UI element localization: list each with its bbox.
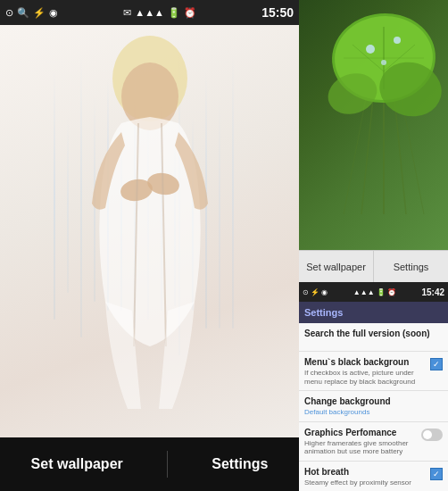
graphics-toggle[interactable] <box>421 429 443 441</box>
alarm-icon: ⏰ <box>184 7 196 19</box>
settings-item-graphics-text: Graphics Perfomance Higher framerates gi… <box>304 427 421 456</box>
settings-item-hot-breath[interactable]: Hot breath Steamy effect by proximity se… <box>299 462 448 491</box>
menu-bg-checkbox[interactable] <box>430 358 443 370</box>
right-bottom-buttons: Set wallpaper Settings <box>299 250 448 282</box>
left-status-bar: ⊙ 🔍 ⚡ ◉ ✉ ▲▲▲ 🔋 ⏰ 15:50 <box>0 0 299 25</box>
settings-android-icon: ◉ <box>321 288 328 296</box>
hot-breath-checkbox[interactable] <box>430 468 443 480</box>
svg-point-18 <box>366 45 375 54</box>
settings-left-icons: ⊙ ⚡ ◉ <box>303 288 328 296</box>
email-icon: ✉ <box>123 7 131 19</box>
settings-title-bar: Settings <box>299 302 448 323</box>
settings-item-search-text: Search the full version (soon) <box>304 328 443 339</box>
settings-item-menu-bg-title: Menu`s black backgroun <box>304 356 427 368</box>
settings-item-search: Search the full version (soon) <box>299 323 448 352</box>
right-settings-button[interactable]: Settings <box>374 251 448 282</box>
app-icon: ⊙ <box>5 7 13 19</box>
settings-usb-icon: ⚡ <box>311 288 319 296</box>
settings-item-hot-breath-subtitle: Steamy effect by proximity sensor <box>304 479 427 487</box>
settings-title: Settings <box>304 307 343 318</box>
settings-item-change-bg-title: Change background <box>304 395 439 407</box>
settings-item-change-bg-text: Change background Default backgrounds <box>304 395 443 417</box>
svg-point-19 <box>394 37 401 44</box>
right-set-wallpaper-button[interactable]: Set wallpaper <box>299 251 374 282</box>
android-icon: ◉ <box>49 7 58 19</box>
settings-right-icons: ▲▲▲ 🔋 ⏰ <box>353 288 396 296</box>
wallpaper-woman <box>0 25 299 437</box>
settings-item-graphics[interactable]: Graphics Perfomance Higher framerates gi… <box>299 422 448 462</box>
right-panel: Set wallpaper Settings ⊙ ⚡ ◉ ▲▲▲ 🔋 ⏰ 15:… <box>299 0 448 491</box>
settings-item-hot-breath-text: Hot breath Steamy effect by proximity se… <box>304 466 430 487</box>
settings-item-change-bg-subtitle: Default backgrounds <box>304 408 439 417</box>
settings-list: Search the full version (soon) Menu`s bl… <box>299 323 448 491</box>
left-status-icons: ⊙ 🔍 ⚡ ◉ <box>5 7 58 19</box>
settings-item-search-title: Search the full version (soon) <box>304 328 439 339</box>
svg-point-20 <box>381 60 386 65</box>
lotus-leaf-svg <box>326 9 442 214</box>
battery-icon: 🔋 <box>168 7 180 19</box>
left-bottom-bar: Set wallpaper Settings <box>0 437 299 491</box>
settings-item-graphics-subtitle: Higher framerates give smoother animatio… <box>304 439 418 456</box>
bottom-divider <box>167 451 168 478</box>
settings-item-hot-breath-title: Hot breath <box>304 466 427 478</box>
left-status-time: 15:50 <box>261 5 294 20</box>
set-wallpaper-button[interactable]: Set wallpaper <box>13 449 141 479</box>
settings-button[interactable]: Settings <box>194 449 286 479</box>
usb-icon: ⚡ <box>33 7 46 19</box>
search-icon: 🔍 <box>17 7 29 19</box>
woman-silhouette <box>52 34 248 409</box>
settings-item-change-bg[interactable]: Change background Default backgrounds <box>299 391 448 422</box>
right-preview <box>299 0 448 250</box>
left-wallpaper-area <box>0 25 299 437</box>
left-panel: ⊙ 🔍 ⚡ ◉ ✉ ▲▲▲ 🔋 ⏰ 15:50 <box>0 0 299 491</box>
settings-item-menu-bg-text: Menu`s black backgroun If checkbox is ac… <box>304 356 430 386</box>
settings-item-menu-bg-subtitle: If checkbox is active, picture under men… <box>304 369 427 386</box>
settings-battery-icon: 🔋 <box>377 288 386 296</box>
settings-status-bar: ⊙ ⚡ ◉ ▲▲▲ 🔋 ⏰ 15:42 <box>299 282 448 302</box>
signal-icon: ▲▲▲ <box>135 7 164 18</box>
settings-status-time: 15:42 <box>421 287 444 297</box>
settings-alarm-icon: ⏰ <box>387 288 396 296</box>
settings-item-graphics-title: Graphics Perfomance <box>304 427 418 438</box>
left-right-status-icons: ✉ ▲▲▲ 🔋 ⏰ <box>123 7 196 19</box>
leaf-decoration <box>326 9 442 218</box>
settings-signal-icon: ▲▲▲ <box>353 288 375 296</box>
settings-panel: ⊙ ⚡ ◉ ▲▲▲ 🔋 ⏰ 15:42 Settings Search the … <box>299 282 448 491</box>
settings-item-menu-bg[interactable]: Menu`s black backgroun If checkbox is ac… <box>299 352 448 391</box>
settings-app-icon: ⊙ <box>303 288 309 296</box>
